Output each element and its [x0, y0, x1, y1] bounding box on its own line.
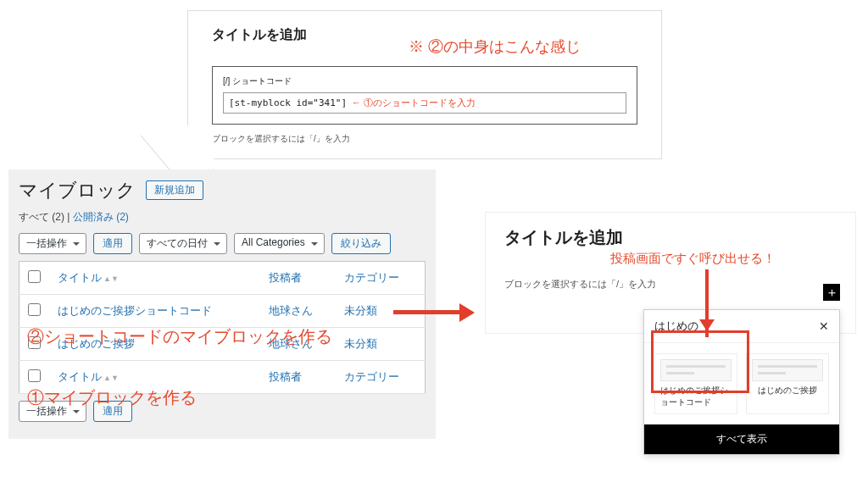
- block-slash-hint: ブロックを選択するには「/」を入力: [212, 133, 637, 145]
- annotation-step1: ①マイブロックを作る: [27, 386, 197, 409]
- show-all-button[interactable]: すべて表示: [644, 424, 839, 454]
- col-author: 投稿者: [260, 262, 336, 295]
- inserter-result[interactable]: はじめのご挨拶ショートコード: [654, 353, 737, 414]
- editor-preview-callout: タイトルを追加 ※ ②の中身はこんな感じ [/] ショートコード [st-myb…: [187, 10, 662, 159]
- filter-all[interactable]: すべて (2): [19, 211, 64, 223]
- bulk-action-select[interactable]: 一括操作: [19, 233, 86, 254]
- add-block-button[interactable]: ＋: [823, 284, 840, 301]
- select-all-bottom[interactable]: [28, 369, 41, 382]
- result-thumbnail: [752, 359, 823, 381]
- apply-button-top[interactable]: 適用: [93, 233, 132, 254]
- annotation-step2: ②ショートコードのマイブロックを作る: [27, 325, 332, 348]
- annotation-inserter-label: 投稿画面ですぐ呼び出せる！: [610, 251, 776, 267]
- clear-search-icon[interactable]: ✕: [819, 319, 829, 333]
- editor-slash-hint: ブロックを選択するには「/」を入力: [504, 278, 837, 291]
- status-filters: すべて (2) | 公開済み (2): [19, 210, 426, 225]
- inserter-search-value: はじめの: [654, 319, 698, 334]
- col-category: カテゴリー: [336, 262, 426, 295]
- col-category-foot: カテゴリー: [336, 361, 426, 394]
- date-filter-select[interactable]: すべての日付: [139, 233, 227, 254]
- post-editor-panel: タイトルを追加 ブロックを選択するには「/」を入力 ＋ はじめの ✕ はじめのご…: [485, 212, 856, 334]
- result-label: はじめのご挨拶ショートコード: [660, 385, 732, 408]
- shortcode-block-label: [/] ショートコード: [223, 75, 626, 87]
- add-new-button[interactable]: 新規追加: [146, 180, 203, 200]
- inserter-result[interactable]: はじめのご挨拶: [746, 353, 829, 414]
- shortcode-value: [st-myblock id="341"]: [229, 97, 347, 108]
- row-title-link[interactable]: はじめのご挨拶ショートコード: [58, 304, 212, 317]
- row-author-link[interactable]: 地球さん: [269, 304, 313, 317]
- shortcode-hint: ← ①のショートコードを入力: [352, 97, 476, 109]
- page-title: マイブロック: [19, 178, 136, 203]
- table-row: はじめのご挨拶ショートコード 地球さん 未分類: [19, 295, 426, 328]
- col-title[interactable]: タイトル▲▼: [49, 262, 260, 295]
- arrow-down-icon: [705, 269, 709, 337]
- flow-arrow-icon: [393, 303, 478, 322]
- editor-title-placeholder[interactable]: タイトルを追加: [504, 226, 837, 249]
- result-label: はじめのご挨拶: [758, 385, 817, 396]
- result-thumbnail: [660, 359, 732, 381]
- category-filter-select[interactable]: All Categories: [234, 233, 325, 254]
- col-author-foot: 投稿者: [260, 361, 336, 394]
- tablenav-top: 一括操作 適用 すべての日付 All Categories 絞り込み: [19, 233, 426, 254]
- select-all-top[interactable]: [28, 270, 41, 283]
- annotation-contents: ※ ②の中身はこんな感じ: [409, 36, 581, 57]
- row-checkbox[interactable]: [28, 303, 41, 316]
- shortcode-input[interactable]: [st-myblock id="341"] ← ①のショートコードを入力: [223, 92, 626, 114]
- filter-published[interactable]: 公開済み (2): [73, 211, 129, 223]
- inserter-search[interactable]: はじめの ✕: [644, 310, 839, 343]
- row-category-link[interactable]: 未分類: [344, 304, 377, 317]
- row-category-link[interactable]: 未分類: [344, 337, 377, 350]
- block-inserter-popover: はじめの ✕ はじめのご挨拶ショートコード はじめのご挨拶 すべて表示: [643, 309, 840, 455]
- filter-button[interactable]: 絞り込み: [331, 233, 391, 254]
- shortcode-block[interactable]: [/] ショートコード [st-myblock id="341"] ← ①のショ…: [212, 66, 637, 125]
